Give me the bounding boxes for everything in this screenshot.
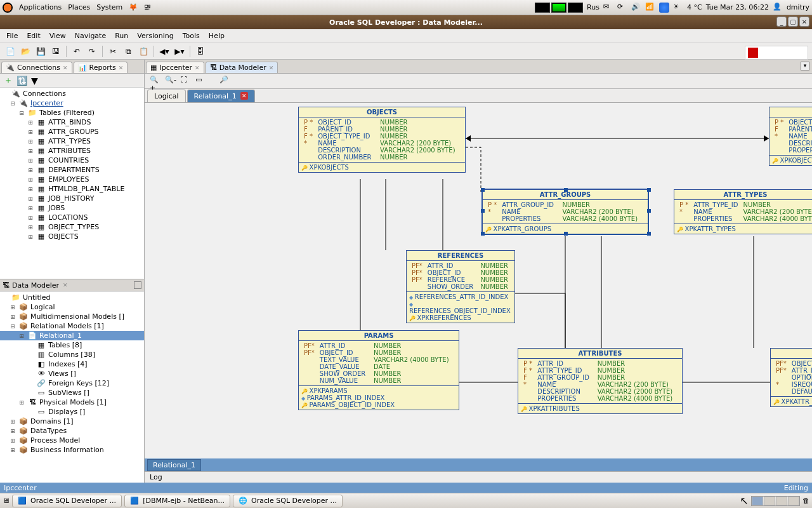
tree-item[interactable]: ⊞📦Business Information bbox=[0, 445, 144, 455]
tree-item[interactable]: ⊞▦HTMLDB_PLAN_TABLE bbox=[0, 184, 144, 194]
diagram-canvas[interactable]: OBJECTSP *OBJECT_IDNUMBERFPARENT_IDNUMBE… bbox=[145, 103, 812, 458]
close-icon[interactable]: ✕ bbox=[269, 65, 274, 71]
clock[interactable]: Tue Mar 23, 06:22 bbox=[706, 3, 769, 11]
menu-tools[interactable]: Tools bbox=[183, 32, 200, 40]
keyboard-layout[interactable]: Rus bbox=[587, 3, 599, 11]
zoom-in-button[interactable]: 🔍+ bbox=[150, 76, 161, 87]
close-icon[interactable]: ✕ bbox=[195, 65, 200, 71]
tree-item[interactable]: ⊞▦LOCATIONS bbox=[0, 213, 144, 222]
tree-item[interactable]: ⊞▦ATTR_GROUPS bbox=[0, 127, 144, 137]
entity-attr_groups[interactable]: ATTR_GROUPSP *ATTR_GROUP_IDNUMBER*NAMEVA… bbox=[482, 189, 648, 234]
system-menu[interactable]: System bbox=[96, 3, 122, 11]
copy-button[interactable]: ⧉ bbox=[122, 45, 134, 58]
workspace-switcher[interactable] bbox=[751, 496, 800, 506]
layout-button[interactable]: ▭ bbox=[195, 76, 207, 87]
close-button[interactable]: ✕ bbox=[799, 17, 809, 27]
back-button[interactable]: ◀▾ bbox=[158, 45, 171, 58]
firefox-launcher-icon[interactable]: 🦊 bbox=[129, 3, 138, 11]
menu-help[interactable]: Help bbox=[209, 32, 225, 40]
menu-file[interactable]: File bbox=[6, 32, 18, 40]
fit-button[interactable]: ⛶ bbox=[180, 76, 192, 87]
save-all-button[interactable]: 🖫 bbox=[49, 45, 62, 58]
paste-button[interactable]: 📋 bbox=[137, 45, 150, 58]
tree-item[interactable]: ⊞▦JOB_HISTORY bbox=[0, 194, 144, 203]
tree-item[interactable]: ⊟📦Relational Models [1] bbox=[0, 321, 144, 331]
bluetooth-icon[interactable] bbox=[659, 3, 669, 13]
menu-view[interactable]: View bbox=[49, 32, 66, 40]
new-button[interactable]: 📄 bbox=[4, 45, 16, 58]
add-connection-button[interactable]: ＋ bbox=[4, 75, 13, 86]
entity-object_types[interactable]: OBJECT_TYPESP *OBJECT_TYPE_IDNUMBERFPARE… bbox=[769, 107, 812, 166]
tree-item[interactable]: 📁Untitled bbox=[0, 293, 144, 302]
forward-button[interactable]: ▶▾ bbox=[173, 45, 186, 58]
dock-icon[interactable] bbox=[134, 281, 141, 289]
tree-item[interactable]: ⊞▦DEPARTMENTS bbox=[0, 165, 144, 175]
tree-item[interactable]: ▦Tables [8] bbox=[0, 340, 144, 350]
doc-tab-ipccenter[interactable]: ▦Ipccenter✕ bbox=[146, 62, 204, 73]
tree-item[interactable]: ◧Indexes [4] bbox=[0, 359, 144, 369]
entity-objects[interactable]: OBJECTSP *OBJECT_IDNUMBERFPARENT_IDNUMBE… bbox=[298, 107, 466, 173]
tree-item[interactable]: 🔗Foreign Keys [12] bbox=[0, 378, 144, 388]
close-icon[interactable]: ✕ bbox=[63, 282, 68, 288]
tree-item[interactable]: ⊞📦Process Model bbox=[0, 436, 144, 445]
tree-item[interactable]: ⊞📦DataTypes bbox=[0, 426, 144, 436]
tree-item[interactable]: 🔌Connections bbox=[0, 89, 144, 98]
tree-item[interactable]: 👁Views [] bbox=[0, 369, 144, 378]
connections-tree[interactable]: 🔌Connections⊟🔌Ipccenter⊟📁Tables (Filtere… bbox=[0, 88, 144, 279]
user-name[interactable]: dmitry bbox=[787, 3, 809, 11]
cut-button[interactable]: ✂ bbox=[107, 45, 119, 58]
minimize-button[interactable]: _ bbox=[776, 17, 787, 27]
window-titlebar[interactable]: Oracle SQL Developer : Data Modeler... _… bbox=[0, 15, 812, 29]
filter-button[interactable]: ▼ bbox=[31, 76, 38, 86]
tree-item[interactable]: ⊞▦OBJECT_TYPES bbox=[0, 222, 144, 232]
menu-versioning[interactable]: Versioning bbox=[137, 32, 173, 40]
tree-item[interactable]: ⊞▦ATTR_BINDS bbox=[0, 117, 144, 127]
tree-item[interactable]: ⊞📄Relational_1 bbox=[0, 331, 144, 340]
close-icon[interactable]: ✕ bbox=[119, 65, 124, 71]
places-menu[interactable]: Places bbox=[68, 3, 90, 11]
sql-button[interactable]: 🗄 bbox=[194, 45, 207, 58]
volume-icon[interactable]: 🔊 bbox=[631, 3, 641, 13]
mail-icon[interactable]: ✉ bbox=[603, 3, 613, 13]
subview-tab-relational-1[interactable]: Relational_1 bbox=[147, 459, 201, 471]
tree-item[interactable]: ⊟🔌Ipccenter bbox=[0, 98, 144, 108]
tree-item[interactable]: ⊟📁Tables (Filtered) bbox=[0, 108, 144, 117]
tree-item[interactable]: ⊞📦Multidimensional Models [] bbox=[0, 312, 144, 321]
open-button[interactable]: 📂 bbox=[19, 45, 32, 58]
tree-item[interactable]: ⊞▦ATTRIBUTES bbox=[0, 146, 144, 156]
tree-item[interactable]: ⊞▦EMPLOYEES bbox=[0, 175, 144, 184]
menu-navigate[interactable]: Navigate bbox=[75, 32, 106, 40]
tab-logical[interactable]: Logical bbox=[147, 90, 186, 102]
tree-item[interactable]: ⊞▦ATTR_TYPES bbox=[0, 137, 144, 146]
data-modeler-tree[interactable]: 📁Untitled⊞📦Logical⊞📦Multidimensional Mod… bbox=[0, 291, 144, 483]
tabs-dropdown-button[interactable]: ▾ bbox=[801, 62, 809, 70]
data-modeler-panel-header[interactable]: 🏗Data Modeler✕ bbox=[0, 279, 144, 291]
tree-item[interactable]: ⊞▦OBJECTS bbox=[0, 232, 144, 241]
redo-button[interactable]: ↷ bbox=[86, 45, 98, 58]
entity-params[interactable]: PARAMSPF*ATTR_IDNUMBERPF*OBJECT_IDNUMBER… bbox=[298, 330, 459, 410]
network-icon[interactable]: 📶 bbox=[645, 3, 655, 13]
tab-connections[interactable]: 🔌Connections✕ bbox=[1, 62, 72, 73]
tree-item[interactable]: ⊞▦JOBS bbox=[0, 203, 144, 213]
entity-attributes[interactable]: ATTRIBUTESP *ATTR_IDNUMBERF *ATTR_TYPE_I… bbox=[518, 348, 683, 414]
menu-run[interactable]: Run bbox=[115, 32, 128, 40]
find-button[interactable]: 🔎 bbox=[219, 76, 231, 87]
taskbar-app-sqldev[interactable]: 🟦Oracle SQL Developer ... bbox=[12, 495, 122, 507]
tree-item[interactable]: ⊞🏗Physical Models [1] bbox=[0, 398, 144, 407]
terminal-launcher-icon[interactable]: 🖳 bbox=[144, 3, 151, 11]
tab-relational-1[interactable]: Relational_1✕ bbox=[187, 90, 255, 102]
tab-reports[interactable]: 📊Reports✕ bbox=[74, 62, 128, 73]
tree-item[interactable]: ⊞📦Logical bbox=[0, 302, 144, 312]
entity-attr_binds[interactable]: ATTR_BINDSPF*OBJECT_TYPE_IDNUMBERPF*ATTR… bbox=[770, 348, 812, 407]
doc-tab-data-modeler[interactable]: 🏗Data Modeler✕ bbox=[206, 62, 278, 73]
tree-item[interactable]: ▥Columns [38] bbox=[0, 350, 144, 359]
entity-attr_types[interactable]: ATTR_TYPESP *ATTR_TYPE_IDNUMBER*NAMEVARC… bbox=[674, 189, 812, 234]
apps-menu[interactable]: Applications bbox=[19, 3, 62, 11]
close-icon[interactable]: ✕ bbox=[240, 92, 248, 100]
entity-references[interactable]: REFERENCESPF*ATTR_IDNUMBERPF*OBJECT_IDNU… bbox=[406, 250, 515, 323]
tree-item[interactable]: ⊞📦Domains [1] bbox=[0, 417, 144, 426]
close-icon[interactable]: ✕ bbox=[63, 65, 68, 71]
update-icon[interactable]: ⟳ bbox=[617, 3, 627, 13]
taskbar-app-browser[interactable]: 🌐Oracle SQL Developer ... bbox=[233, 495, 343, 507]
save-button[interactable]: 💾 bbox=[34, 45, 47, 58]
